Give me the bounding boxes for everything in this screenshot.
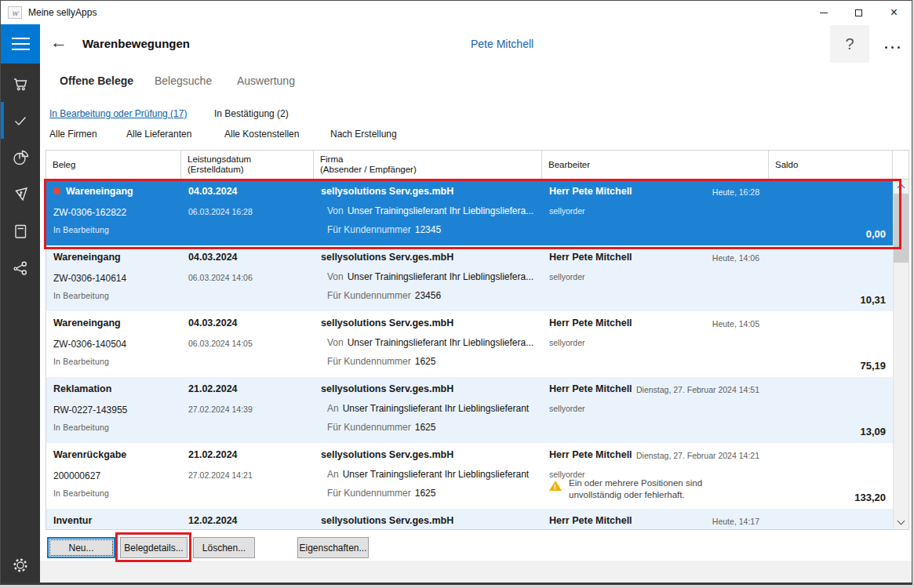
belegdetails-button[interactable]: Belegdetails... (120, 537, 188, 558)
edit-timestamp: Heute, 14:06 (712, 253, 759, 263)
company-name: sellysolutions Serv.ges.mbH (321, 252, 539, 263)
scrollbar-thumb[interactable] (894, 194, 909, 263)
sidebar-item-cart[interactable] (1, 65, 40, 102)
direction-label: An (327, 403, 339, 414)
saldo-value: 10,31 (860, 294, 886, 306)
dropdown-filter-row: Alle Firmen Alle Lieferanten Alle Kosten… (40, 129, 912, 143)
tab-belegsuche[interactable]: Belegsuche (155, 74, 212, 87)
table-row[interactable]: Reklamation RW-0227-143955 In Bearbeitun… (46, 377, 893, 443)
service-date: 04.03.2024 (188, 186, 311, 197)
scroll-up-button[interactable] (894, 180, 909, 193)
window-controls: × (806, 1, 912, 24)
table-row[interactable]: Wareneingang ZW-0306-140504 In Bearbeitu… (46, 311, 893, 377)
doc-status: In Bearbeitung (53, 225, 178, 234)
tab-offene-belege[interactable]: Offene Belege (60, 74, 133, 87)
doc-number: ZW-0306-162822 (53, 207, 178, 218)
more-options-button[interactable] (882, 43, 903, 52)
saldo-value: 0,00 (866, 228, 886, 240)
customer-number: 12345 (415, 224, 441, 235)
column-header-bearbeiter[interactable]: Bearbeiter (542, 151, 769, 179)
status-filter-row: In Bearbeitung oder Prüfung (17) In Best… (40, 108, 912, 122)
table-row[interactable]: Wareneingang ZW-0306-140614 In Bearbeitu… (46, 245, 893, 311)
filter-alle-firmen[interactable]: Alle Firmen (49, 129, 97, 140)
editor-name: Herr Pete Mitchell (549, 252, 679, 263)
customer-number: 23456 (415, 290, 441, 301)
doc-status: In Bearbeitung (53, 291, 178, 300)
partner-name: Unser Trainingslieferant Ihr Lieblingsli… (348, 205, 533, 216)
column-header-leistungsdatum[interactable]: Leistungsdatum(Erstelldatum) (181, 151, 314, 179)
edit-timestamp: Dienstag, 27. Februar 2024 14:51 (636, 385, 759, 394)
column-header-filler (893, 151, 907, 179)
company-name: sellysolutions Serv.ges.mbH (321, 186, 539, 197)
sidebar (1, 24, 40, 585)
loeschen-button[interactable]: Löschen... (193, 537, 255, 558)
new-item-dot (53, 187, 60, 194)
customer-number: 1625 (415, 488, 436, 499)
company-name: sellysolutions Serv.ges.mbH (321, 383, 539, 394)
close-button[interactable]: × (876, 1, 912, 24)
service-date: 04.03.2024 (188, 252, 311, 263)
sidebar-item-tags[interactable] (1, 176, 40, 212)
settings-button[interactable] (1, 550, 40, 581)
doc-status: In Bearbeitung (53, 488, 178, 498)
doc-status: In Bearbeitung (53, 423, 178, 432)
partner-name: Unser Trainingslieferant Ihr Lieblingsli… (343, 403, 529, 414)
column-header-beleg[interactable]: Beleg (46, 151, 181, 179)
minimize-button[interactable] (806, 1, 841, 24)
customer-label: Für Kundennummer (327, 356, 411, 367)
app-title: Meine sellyApps (28, 7, 96, 18)
column-header-firma[interactable]: Firma(Absender / Empfänger) (314, 151, 542, 179)
sidebar-item-reports[interactable] (1, 139, 40, 176)
filter-in-bestaetigung[interactable]: In Bestätigung (2) (214, 108, 289, 119)
doc-type: Wareneingang (53, 252, 121, 263)
book-icon (11, 222, 30, 241)
cart-icon (11, 74, 30, 93)
back-arrow-icon[interactable]: ← (50, 31, 67, 55)
help-button[interactable]: ? (830, 25, 869, 63)
created-date: 06.03.2024 14:05 (188, 339, 311, 348)
created-date: 27.02.2024 14:21 (188, 470, 311, 480)
filter-alle-lieferanten[interactable]: Alle Lieferanten (126, 129, 191, 140)
edit-timestamp: Dienstag, 27. Februar 2024 14:21 (636, 451, 759, 460)
customer-label: Für Kundennummer (327, 422, 411, 433)
scroll-down-button[interactable] (894, 516, 909, 529)
saldo-value: 13,09 (860, 426, 886, 437)
service-date: 04.03.2024 (188, 318, 311, 328)
filter-nach-erstellung[interactable]: Nach Erstellung (330, 129, 397, 140)
doc-type: Wareneingang (66, 186, 133, 197)
ellipsis-icon (885, 46, 887, 49)
filter-in-bearbeitung[interactable]: In Bearbeitung oder Prüfung (17) (49, 108, 187, 119)
minimize-icon (820, 13, 828, 13)
doc-number: 200000627 (53, 470, 178, 481)
eigenschaften-button[interactable]: Eigenschaften... (297, 537, 369, 558)
doc-type: Inventur (53, 515, 92, 526)
chevron-up-icon (898, 184, 905, 192)
company-name: sellysolutions Serv.ges.mbH (321, 449, 539, 460)
sidebar-item-tasks[interactable] (1, 102, 40, 139)
doc-type: Reklamation (53, 383, 111, 394)
direction-label: Von (327, 271, 344, 282)
table-row[interactable]: Inventur 12.02.2024 sellysolutions Serv.… (46, 509, 893, 530)
user-name-link[interactable]: Pete Mitchell (471, 38, 533, 50)
customer-label: Für Kundennummer (327, 290, 411, 301)
sidebar-item-network[interactable] (1, 249, 40, 286)
table-row[interactable]: Warenrückgabe 200000627 In Bearbeitung 2… (46, 443, 893, 509)
warning-icon (549, 481, 562, 491)
neu-button[interactable]: Neu... (47, 537, 115, 558)
menu-button[interactable] (1, 24, 40, 64)
sidebar-item-journal[interactable] (1, 212, 40, 249)
tab-auswertung[interactable]: Auswertung (237, 74, 295, 87)
doc-number: ZW-0306-140614 (53, 273, 178, 284)
chevron-down-icon (898, 517, 905, 525)
editor-account: sellyorder (549, 338, 766, 347)
maximize-button[interactable] (841, 1, 876, 24)
vertical-scrollbar[interactable] (893, 180, 909, 529)
filter-alle-kostenstellen[interactable]: Alle Kostenstellen (224, 129, 299, 140)
check-icon (11, 111, 30, 130)
customer-label: Für Kundennummer (327, 224, 411, 235)
table-row[interactable]: Wareneingang ZW-0306-162822 In Bearbeitu… (46, 180, 893, 245)
direction-label: Von (327, 337, 344, 348)
column-header-saldo[interactable]: Saldo (769, 151, 893, 179)
saldo-value: 75,19 (860, 360, 886, 372)
service-date: 21.02.2024 (188, 383, 311, 394)
